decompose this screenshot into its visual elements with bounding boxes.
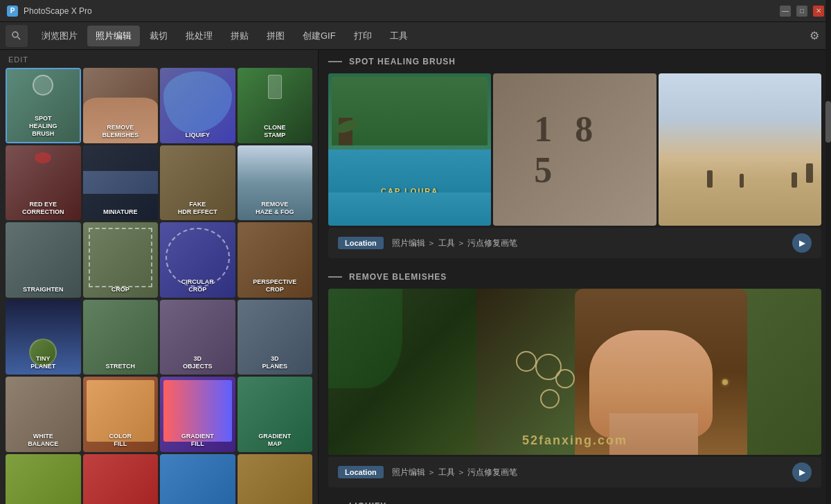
minimize-button[interactable]: —	[780, 6, 791, 17]
tool-liquify-label: LIQUIFY	[186, 132, 211, 139]
tool-3d-objects[interactable]: 3DOBJECTS	[160, 300, 235, 375]
tool-perspective-crop[interactable]: PERSPECTIVECROP	[238, 222, 313, 298]
menu-crop[interactable]: 裁切	[141, 26, 176, 46]
spot-healing-images: CAP LOURA 1 8 5	[319, 73, 831, 226]
tool-gradient-fill-label: GRADIENTFILL	[181, 433, 214, 448]
tool-point-color[interactable]: POINTCOLOR	[6, 454, 81, 505]
tool-clone-stamp[interactable]: CLONESTAMP	[238, 68, 313, 143]
menu-batch[interactable]: 批处理	[177, 26, 221, 46]
play-button-2[interactable]: ▶	[792, 462, 812, 482]
image-beach	[659, 73, 821, 226]
tool-remove-haze-label: REMOVEHAZE & FOG	[256, 201, 294, 216]
menu-tools[interactable]: 工具	[382, 26, 416, 46]
edit-section-label: EDIT	[0, 50, 318, 68]
tool-remove-blemishes[interactable]: REMOVEBLEMISHES	[83, 68, 159, 143]
tool-miniature-label: MINIATURE	[103, 208, 137, 216]
tool-liquify[interactable]: LIQUIFY	[160, 68, 235, 143]
tool-3d-planes-label: 3DPLANES	[262, 355, 287, 370]
tool-clone-stamp-label: CLONESTAMP	[264, 124, 286, 139]
location-label-2[interactable]: Location	[338, 466, 384, 478]
spot-healing-title: SPOT HEALING BRUSH	[349, 57, 456, 66]
maximize-button[interactable]: □	[796, 6, 807, 17]
tool-crop-label: CROP	[111, 286, 129, 294]
liquify-title: LIQUIFY	[349, 501, 386, 504]
tool-gradient-map-label: GRADIENTMAP	[258, 433, 291, 448]
menu-puzzle[interactable]: 拼图	[258, 26, 293, 46]
tool-red-eye-label: RED EYECORRECTION	[22, 201, 64, 216]
close-button[interactable]: ✕	[813, 6, 824, 17]
play-button-1[interactable]: ▶	[792, 233, 812, 253]
tool-red-eye[interactable]: RED EYECORRECTION	[6, 145, 81, 221]
liquify-header: LIQUIFY	[319, 494, 831, 504]
title-bar: P PhotoScape X Pro — □ ✕	[0, 0, 831, 22]
tool-gradient-fill[interactable]: GRADIENTFILL	[160, 377, 235, 452]
menu-bar: 浏览图片 照片编辑 裁切 批处理 拼贴 拼图 创建GIF 打印 工具 ⚙	[0, 22, 831, 50]
tool-fake-hdr[interactable]: FAKEHDR EFFECT	[160, 145, 235, 221]
spot-healing-header: SPOT HEALING BRUSH	[319, 50, 831, 73]
tool-circular-crop[interactable]: CIRCULARCROP	[160, 222, 235, 298]
image-numbers: 1 8 5	[493, 73, 656, 226]
tool-miniature[interactable]: MINIATURE	[83, 145, 159, 221]
tool-color-fill[interactable]: COLORFILL	[83, 377, 159, 452]
app-icon: P	[7, 6, 18, 17]
tool-white-balance[interactable]: WHITEBALANCE	[6, 377, 81, 452]
tool-3d-objects-label: 3DOBJECTS	[183, 355, 213, 370]
svg-line-1	[18, 37, 21, 39]
window-controls: — □ ✕	[780, 6, 824, 17]
tool-straighten[interactable]: STRAIGHTEN	[6, 222, 81, 298]
settings-icon[interactable]: ⚙	[803, 25, 825, 47]
tool-color-fill-label: COLORFILL	[109, 433, 132, 448]
tool-3d-planes[interactable]: 3DPLANES	[238, 300, 313, 375]
tool-white-balance-label: WHITEBALANCE	[28, 433, 58, 448]
location-path-2: 照片编辑 ＞ 工具 ＞ 污点修复画笔	[392, 467, 784, 478]
left-panel: EDIT SPOTHEALINGBRUSH REMOVEBLEMISHES LI…	[0, 50, 319, 504]
tool-grid: SPOTHEALINGBRUSH REMOVEBLEMISHES LIQUIFY…	[0, 68, 318, 504]
tool-gradient-map[interactable]: GRADIENTMAP	[238, 377, 313, 452]
tool-remove-haze[interactable]: REMOVEHAZE & FOG	[238, 145, 313, 221]
tool-tiny-planet-label: TINYPLANET	[30, 355, 55, 370]
remove-blemishes-header: REMOVE BLEMISHES	[319, 265, 831, 289]
menu-browse[interactable]: 浏览图片	[33, 26, 86, 46]
main-layout: EDIT SPOTHEALINGBRUSH REMOVEBLEMISHES LI…	[0, 50, 831, 504]
tool-fake-hdr-label: FAKEHDR EFFECT	[178, 201, 217, 216]
tool-replace-color[interactable]: REPLACECOLOR	[83, 454, 159, 505]
section-dash-1	[328, 61, 342, 62]
image-tropical: CAP LOURA	[328, 73, 491, 226]
location-bar-2: Location 照片编辑 ＞ 工具 ＞ 污点修复画笔 ▶	[328, 457, 821, 487]
tool-tiny-planet[interactable]: TINYPLANET	[6, 300, 81, 375]
tool-crop[interactable]: CROP	[83, 222, 159, 298]
tool-stretch-label: STRETCH	[106, 363, 136, 370]
tool-paint-brush[interactable]: PAINTBRUSH	[238, 454, 313, 505]
scroll-thumb[interactable]	[825, 101, 831, 143]
menu-print[interactable]: 打印	[346, 26, 380, 46]
remove-blemishes-title: REMOVE BLEMISHES	[349, 272, 447, 282]
tool-straighten-label: STRAIGHTEN	[23, 286, 64, 294]
tool-perspective-crop-label: PERSPECTIVECROP	[253, 278, 296, 294]
right-panel: SPOT HEALING BRUSH CAP LOURA 1 8 5	[319, 50, 831, 504]
tool-spot-healing[interactable]: SPOTHEALINGBRUSH	[6, 68, 81, 143]
menu-gif[interactable]: 创建GIF	[294, 26, 344, 46]
location-path-1: 照片编辑 ＞ 工具 ＞ 污点修复画笔	[392, 237, 784, 249]
search-icon[interactable]	[6, 25, 28, 47]
app-title: PhotoScape X Pro	[24, 6, 780, 16]
section-dash-2	[328, 276, 342, 278]
tool-selective-color[interactable]: SELECTIVECOLOR	[160, 454, 235, 505]
large-portrait-image: 52fanxing.com	[328, 289, 821, 455]
scrollbar[interactable]	[825, 0, 831, 504]
location-bar-1: Location 照片编辑 ＞ 工具 ＞ 污点修复画笔 ▶	[328, 228, 821, 258]
location-label-1[interactable]: Location	[338, 237, 384, 249]
watermark: 52fanxing.com	[522, 433, 627, 448]
tool-remove-blemishes-label: REMOVEBLEMISHES	[102, 124, 138, 139]
menu-photo-edit[interactable]: 照片编辑	[87, 26, 140, 46]
tool-spot-healing-label: SPOTHEALINGBRUSH	[29, 115, 57, 137]
menu-collage[interactable]: 拼贴	[222, 26, 257, 46]
tool-stretch[interactable]: STRETCH	[83, 300, 159, 375]
tool-circular-crop-label: CIRCULARCROP	[181, 278, 214, 294]
svg-point-0	[12, 32, 18, 37]
